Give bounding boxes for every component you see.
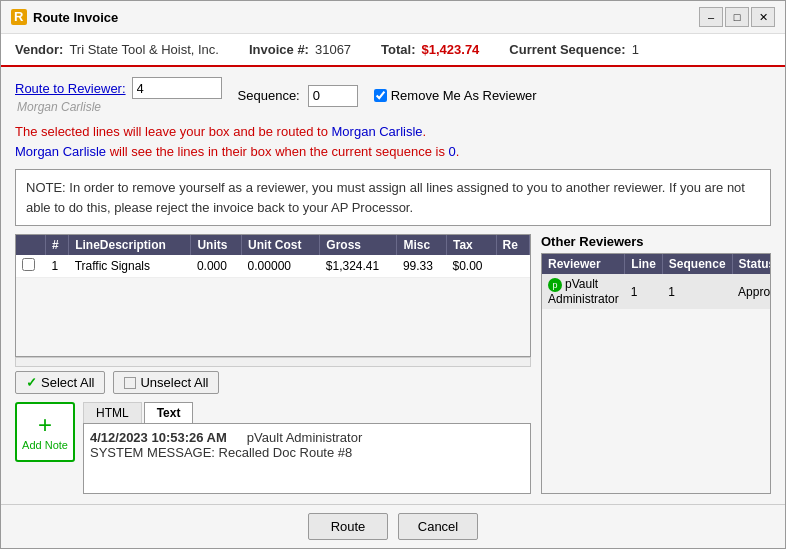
current-sequence-label: Current Sequence: [509, 42, 625, 57]
cancel-button[interactable]: Cancel [398, 513, 478, 540]
reviewer-line: 1 [625, 274, 663, 309]
reviewer-seq: 1 [662, 274, 732, 309]
route-to-group: Route to Reviewer: Morgan Carlisle [15, 77, 222, 114]
vendor-value: Tri State Tool & Hoist, Inc. [69, 42, 219, 57]
unselect-all-icon [124, 377, 136, 389]
col-line: Line [625, 254, 663, 274]
col-re: Re [496, 235, 530, 255]
notes-content: HTML Text 4/12/2023 10:53:26 AM pVault A… [83, 402, 531, 494]
note-text: NOTE: In order to remove yourself as a r… [26, 180, 745, 215]
row-description: Traffic Signals [69, 255, 191, 278]
col-reviewer: Reviewer [542, 254, 625, 274]
warning-line2: Morgan Carlisle will see the lines in th… [15, 142, 771, 162]
notes-section: + Add Note HTML Text 4/12/2023 10:53:26 … [15, 402, 531, 494]
window-title: Route Invoice [33, 10, 118, 25]
col-gross: Gross [320, 235, 397, 255]
route-row: Route to Reviewer: Morgan Carlisle Seque… [15, 77, 771, 114]
total-value: $1,423.74 [422, 42, 480, 57]
warning-text: The selected lines will leave your box a… [15, 122, 771, 161]
col-num: # [45, 235, 68, 255]
col-status: Status [732, 254, 771, 274]
remove-me-checkbox[interactable] [374, 89, 387, 102]
route-to-reviewer-link[interactable]: Route to Reviewer: [15, 81, 126, 96]
sequence-label: Sequence: [238, 88, 300, 103]
col-description: LineDescription [69, 235, 191, 255]
row-tax: $0.00 [446, 255, 496, 278]
total-info: Total: $1,423.74 [381, 42, 479, 57]
row-misc: 99.33 [397, 255, 447, 278]
maximize-button[interactable]: □ [725, 7, 749, 27]
reviewers-table: Reviewer Line Sequence Status ppVault Ad… [542, 254, 771, 309]
reviewer-status: Approved [732, 274, 771, 309]
invoice-info: Invoice #: 31067 [249, 42, 351, 57]
lines-table: # LineDescription Units Unit Cost Gross … [16, 235, 530, 278]
row-unit-cost: 0.00000 [242, 255, 320, 278]
close-button[interactable]: ✕ [751, 7, 775, 27]
warning-name1: Morgan Carlisle [332, 124, 423, 139]
invoice-label: Invoice #: [249, 42, 309, 57]
note-box: NOTE: In order to remove yourself as a r… [15, 169, 771, 226]
tab-text[interactable]: Text [144, 402, 194, 423]
sequence-group: Sequence: [238, 85, 358, 107]
remove-me-label[interactable]: Remove Me As Reviewer [374, 88, 537, 103]
col-tax: Tax [446, 235, 496, 255]
notes-tabs: HTML Text [83, 402, 531, 424]
window-icon: R [11, 9, 27, 25]
title-controls: – □ ✕ [699, 7, 775, 27]
content-area: Route to Reviewer: Morgan Carlisle Seque… [1, 67, 785, 504]
select-all-icon: ✓ [26, 375, 37, 390]
notes-area[interactable]: 4/12/2023 10:53:26 AM pVault Administrat… [83, 424, 531, 494]
lines-table-container[interactable]: # LineDescription Units Unit Cost Gross … [15, 234, 531, 357]
selection-buttons: ✓ Select All Unselect All [15, 367, 531, 398]
vendor-bar: Vendor: Tri State Tool & Hoist, Inc. Inv… [1, 34, 785, 67]
col-checkbox [16, 235, 45, 255]
lines-table-header: # LineDescription Units Unit Cost Gross … [16, 235, 530, 255]
invoice-value: 31067 [315, 42, 351, 57]
reviewer-status-icon: p [548, 278, 562, 292]
reviewers-body: ppVault Administrator 1 1 Approved [542, 274, 771, 309]
unselect-all-label: Unselect All [140, 375, 208, 390]
reviewer-row[interactable]: ppVault Administrator 1 1 Approved [542, 274, 771, 309]
title-bar: R Route Invoice – □ ✕ [1, 1, 785, 34]
reviewers-header-row: Reviewer Line Sequence Status [542, 254, 771, 274]
table-row[interactable]: 1 Traffic Signals 0.000 0.00000 $1,324.4… [16, 255, 530, 278]
lines-table-body: 1 Traffic Signals 0.000 0.00000 $1,324.4… [16, 255, 530, 278]
row-checkbox-cell[interactable] [16, 255, 45, 278]
vendor-label: Vendor: [15, 42, 63, 57]
notes-timestamp: 4/12/2023 10:53:26 AM [90, 430, 227, 445]
other-reviewers-title: Other Reviewers [541, 234, 771, 249]
notes-message: SYSTEM MESSAGE: Recalled Doc Route #8 [90, 445, 352, 460]
reviewer-name-cell: ppVault Administrator [542, 274, 625, 309]
reviewers-header: Reviewer Line Sequence Status [542, 254, 771, 274]
notes-user: pVault Administrator [247, 430, 362, 445]
right-panel: Other Reviewers Reviewer Line Sequence S… [541, 234, 771, 494]
minimize-button[interactable]: – [699, 7, 723, 27]
sequence-info: Current Sequence: 1 [509, 42, 639, 57]
sequence-input[interactable] [308, 85, 358, 107]
svg-text:R: R [14, 10, 24, 24]
warning-seq: 0 [449, 144, 456, 159]
col-units: Units [191, 235, 242, 255]
add-note-button[interactable]: + Add Note [15, 402, 75, 462]
row-checkbox[interactable] [22, 258, 35, 271]
footer: Route Cancel [1, 504, 785, 548]
reviewers-table-container[interactable]: Reviewer Line Sequence Status ppVault Ad… [541, 253, 771, 494]
row-num: 1 [45, 255, 68, 278]
total-label: Total: [381, 42, 415, 57]
reviewer-name: Morgan Carlisle [17, 100, 222, 114]
unselect-all-button[interactable]: Unselect All [113, 371, 219, 394]
title-bar-left: R Route Invoice [11, 9, 118, 25]
select-all-button[interactable]: ✓ Select All [15, 371, 105, 394]
col-sequence: Sequence [662, 254, 732, 274]
left-panel: # LineDescription Units Unit Cost Gross … [15, 234, 531, 494]
lines-header-row: # LineDescription Units Unit Cost Gross … [16, 235, 530, 255]
row-gross: $1,324.41 [320, 255, 397, 278]
row-units: 0.000 [191, 255, 242, 278]
main-window: R Route Invoice – □ ✕ Vendor: Tri State … [0, 0, 786, 549]
route-button[interactable]: Route [308, 513, 388, 540]
route-to-input[interactable] [132, 77, 222, 99]
route-to-inner: Route to Reviewer: [15, 77, 222, 99]
horizontal-scrollbar[interactable] [15, 357, 531, 367]
remove-me-text: Remove Me As Reviewer [391, 88, 537, 103]
tab-html[interactable]: HTML [83, 402, 142, 423]
